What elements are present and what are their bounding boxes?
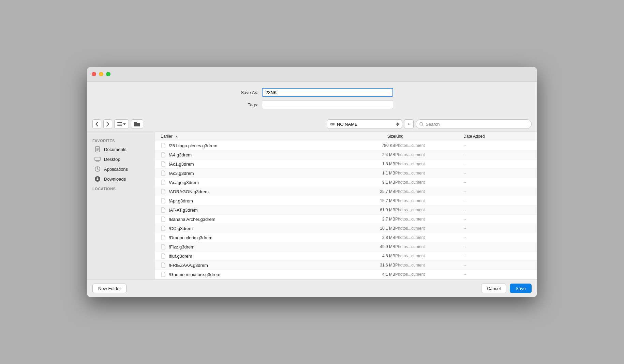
file-date: --: [463, 235, 532, 240]
file-size: 49.9 MB: [347, 244, 395, 249]
file-size: 2.8 MB: [347, 235, 395, 240]
file-date: --: [463, 162, 532, 166]
table-row[interactable]: !AT-AT.g3drem 61.9 MB Photos...cument --: [155, 206, 537, 215]
svg-rect-6: [331, 124, 332, 125]
file-name: !Gnome miniature.g3drem: [161, 272, 347, 277]
file-date: --: [463, 180, 532, 185]
expand-button[interactable]: [404, 119, 414, 129]
locations-heading: Locations: [87, 184, 155, 192]
applications-icon: [94, 166, 101, 172]
file-date: --: [463, 152, 532, 157]
col-size-header[interactable]: Size: [347, 134, 395, 139]
file-icon: [161, 244, 166, 249]
location-picker[interactable]: NO NAME: [327, 119, 402, 129]
maximize-button[interactable]: [106, 72, 110, 76]
table-row[interactable]: !A4.g3drem 2.4 MB Photos...cument --: [155, 150, 537, 160]
file-kind: Photos...cument: [395, 143, 463, 148]
file-kind: Photos...cument: [395, 263, 463, 268]
sidebar-item-label: Desktop: [104, 157, 120, 162]
save-dialog: Save As: Tags:: [87, 67, 537, 297]
file-size: 4.1 MB: [347, 272, 395, 277]
file-date: --: [463, 171, 532, 176]
svg-rect-5: [330, 123, 335, 125]
file-icon: [161, 152, 166, 157]
table-row[interactable]: !25 bingo pieces.g3drem 780 KB Photos...…: [155, 141, 537, 150]
file-kind: Photos...cument: [395, 198, 463, 203]
save-as-label: Save As:: [231, 90, 258, 95]
file-name: !Banana Archer.g3drem: [161, 216, 347, 222]
close-button[interactable]: [92, 72, 96, 76]
search-input[interactable]: [426, 122, 528, 127]
file-size: 1.1 MB: [347, 171, 395, 176]
table-row[interactable]: !Ac3.g3drem 1.1 MB Photos...cument --: [155, 169, 537, 178]
new-folder-icon-button[interactable]: [131, 119, 143, 129]
new-folder-button[interactable]: New Folder: [92, 284, 127, 293]
col-name-header[interactable]: Earlier: [161, 134, 347, 139]
file-kind: Photos...cument: [395, 272, 463, 277]
file-size: 4.8 MB: [347, 254, 395, 258]
tags-input[interactable]: [262, 100, 393, 109]
file-size: 780 KB: [347, 143, 395, 148]
file-size: 15.7 MB: [347, 198, 395, 203]
cancel-button[interactable]: Cancel: [481, 284, 506, 293]
col-date-header[interactable]: Date Added: [463, 134, 532, 139]
sidebar: Favorites Documents: [87, 132, 155, 279]
table-row[interactable]: !Acage.g3drem 9.1 MB Photos...cument --: [155, 178, 537, 187]
minimize-button[interactable]: [99, 72, 103, 76]
file-size: 2.4 MB: [347, 152, 395, 157]
file-date: --: [463, 143, 532, 148]
tags-label: Tags:: [231, 102, 258, 107]
footer-right-buttons: Cancel Save: [481, 284, 532, 293]
file-kind: Photos...cument: [395, 244, 463, 249]
svg-rect-2: [117, 125, 122, 126]
svg-line-8: [422, 125, 424, 126]
file-icon: [161, 180, 166, 185]
table-row[interactable]: !Banana Archer.g3drem 2.7 MB Photos...cu…: [155, 215, 537, 224]
table-row[interactable]: !Apr.g3drem 15.7 MB Photos...cument --: [155, 196, 537, 206]
view-options-button[interactable]: [114, 119, 129, 129]
svg-rect-13: [95, 157, 100, 161]
documents-icon: [94, 146, 101, 152]
desktop-icon: [94, 156, 101, 162]
file-name: !25 bingo pieces.g3drem: [161, 143, 347, 148]
file-icon: [161, 262, 166, 268]
table-row[interactable]: !fluf.g3drem 4.8 MB Photos...cument --: [155, 252, 537, 261]
sidebar-item-label: Documents: [104, 147, 127, 152]
titlebar: [87, 67, 537, 82]
save-as-input[interactable]: [262, 88, 393, 97]
table-row[interactable]: !CC.g3drem 10.1 MB Photos...cument --: [155, 224, 537, 233]
back-button[interactable]: [92, 119, 101, 129]
file-name: !Fizz.g3drem: [161, 244, 347, 249]
file-icon: [161, 253, 166, 259]
file-name: !FRIEZAAA.g3drem: [161, 262, 347, 268]
sidebar-item-applications[interactable]: Applications: [89, 164, 153, 174]
file-kind: Photos...cument: [395, 152, 463, 157]
table-row[interactable]: !Dragon cleric.g3drem 2.8 MB Photos...cu…: [155, 233, 537, 242]
file-kind: Photos...cument: [395, 235, 463, 240]
file-kind: Photos...cument: [395, 217, 463, 222]
forward-button[interactable]: [103, 119, 112, 129]
file-kind: Photos...cument: [395, 226, 463, 231]
search-box[interactable]: [416, 119, 532, 129]
file-icon: [161, 235, 166, 240]
file-name: !ADRAGON.g3drem: [161, 189, 347, 194]
file-icon: [161, 143, 166, 148]
table-row[interactable]: !ADRAGON.g3drem 25.7 MB Photos...cument …: [155, 187, 537, 196]
table-row[interactable]: !Fizz.g3drem 49.9 MB Photos...cument --: [155, 242, 537, 252]
save-button[interactable]: Save: [510, 284, 532, 293]
file-date: --: [463, 263, 532, 268]
table-row[interactable]: !Gnome miniature.g3drem 4.1 MB Photos...…: [155, 270, 537, 279]
table-row[interactable]: !FRIEZAAA.g3drem 31.6 MB Photos...cument…: [155, 261, 537, 270]
file-size: 9.1 MB: [347, 180, 395, 185]
col-kind-header[interactable]: Kind: [395, 134, 463, 139]
file-size: 2.7 MB: [347, 217, 395, 222]
downloads-icon: [94, 176, 101, 182]
search-icon: [419, 122, 424, 126]
sidebar-item-desktop[interactable]: Desktop: [89, 154, 153, 164]
table-row[interactable]: !Ac1.g3drem 1.8 MB Photos...cument --: [155, 160, 537, 169]
file-list: Earlier Size Kind Date Added: [155, 132, 537, 279]
file-date: --: [463, 189, 532, 194]
sidebar-item-downloads[interactable]: Downloads: [89, 174, 153, 184]
sidebar-item-documents[interactable]: Documents: [89, 145, 153, 154]
file-size: 1.8 MB: [347, 162, 395, 166]
